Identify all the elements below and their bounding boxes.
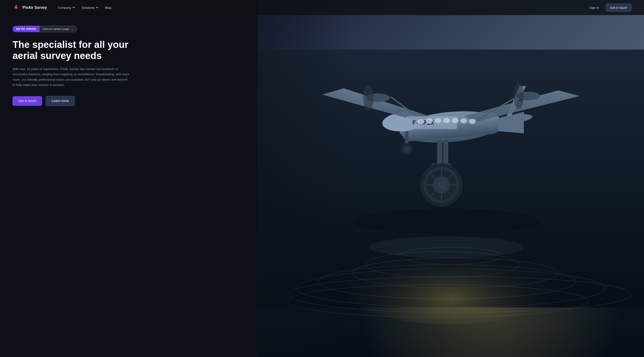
svg-point-41: [417, 119, 424, 124]
svg-point-48: [352, 209, 541, 234]
careers-link[interactable]: Visit our careers page: [40, 26, 77, 32]
hero-section: WE'RE HIRING Visit our careers page The …: [0, 15, 142, 106]
navbar: PixAir Survey Company Solutions Blog Sig…: [0, 0, 644, 15]
svg-point-43: [434, 118, 442, 123]
nav-right: Sign in Get in touch: [586, 4, 632, 12]
nav-solutions-label: Solutions: [82, 6, 94, 10]
nav-company-label: Company: [58, 6, 71, 10]
svg-rect-24: [443, 140, 448, 166]
hiring-badge: WE'RE HIRING Visit our careers page: [12, 26, 77, 32]
nav-company[interactable]: Company: [55, 4, 78, 11]
svg-point-21: [363, 85, 373, 111]
svg-point-42: [426, 118, 433, 124]
careers-link-label: Visit our careers page: [42, 27, 69, 31]
svg-point-46: [460, 118, 467, 124]
get-in-touch-button[interactable]: Get in touch: [12, 96, 42, 106]
logo-icon: [12, 4, 20, 11]
logo-text: PixAir Survey: [22, 6, 47, 10]
svg-point-40: [404, 147, 409, 152]
nav-blog-label: Blog: [105, 6, 111, 10]
logo[interactable]: PixAir Survey: [12, 4, 47, 11]
learn-more-button[interactable]: Learn more: [46, 96, 75, 106]
nav-links: Company Solutions Blog: [55, 4, 114, 11]
nav-blog[interactable]: Blog: [102, 4, 114, 11]
hero-description: With over 10 years of experience, PixAir…: [12, 66, 130, 88]
svg-point-45: [452, 118, 458, 123]
sign-in-button[interactable]: Sign in: [586, 4, 602, 11]
page-wrapper: F-HPIX: [0, 0, 644, 357]
hero-title: The specialist for all your aerial surve…: [12, 39, 130, 61]
nav-left: PixAir Survey Company Solutions Blog: [12, 4, 114, 11]
nav-solutions[interactable]: Solutions: [79, 4, 101, 11]
get-in-touch-nav-button[interactable]: Get in touch: [606, 4, 632, 12]
svg-point-47: [469, 119, 476, 124]
svg-point-49: [369, 237, 524, 258]
hiring-tag: WE'RE HIRING: [12, 26, 40, 32]
svg-rect-23: [437, 140, 442, 166]
svg-point-44: [443, 118, 450, 123]
svg-point-22: [514, 83, 524, 109]
hero-buttons: Get in touch Learn more: [12, 96, 130, 106]
solutions-chevron-down-icon: [96, 6, 98, 9]
arrow-right-icon: [70, 28, 74, 31]
company-chevron-down-icon: [72, 6, 75, 9]
